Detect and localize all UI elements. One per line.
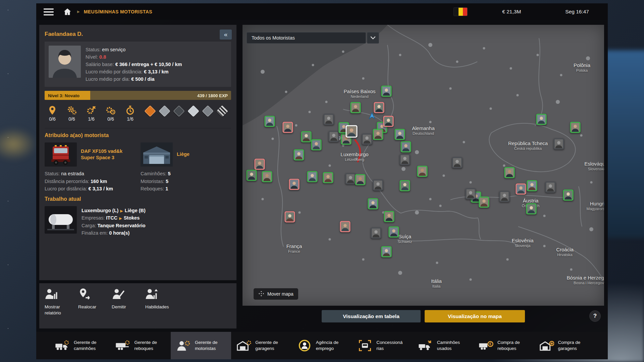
nav-driver-manager[interactable]: Gerente demotoristas: [171, 332, 231, 359]
driver-marker[interactable]: [381, 246, 392, 257]
driver-marker[interactable]: [516, 184, 526, 195]
truck-name[interactable]: DAF XF105 vad&k Super Space 3: [81, 148, 135, 161]
driver-marker[interactable]: [262, 171, 272, 182]
driver-marker[interactable]: [340, 221, 351, 232]
arrow-icon: ▶: [117, 216, 123, 220]
move-map-button[interactable]: Mover mapa: [254, 288, 298, 300]
nav-trailer-manager[interactable]: Gerente dereboques: [110, 332, 170, 359]
truck-stat-row: Status: na estrada: [45, 170, 135, 177]
driver-marker[interactable]: [499, 191, 510, 202]
job-section-title: Trabalho atual: [45, 196, 231, 202]
driver-map[interactable]: Países BaixosNederlandBélgicaLuxemburgoL…: [243, 25, 604, 306]
background-light-glow: [0, 127, 37, 161]
driver-marker[interactable]: [311, 139, 322, 150]
driver-marker[interactable]: [536, 114, 547, 125]
driver-marker[interactable]: [255, 159, 265, 170]
adr-class6-icon: [216, 105, 228, 117]
nav-label: Gerente dereboques: [134, 340, 157, 351]
driver-marker[interactable]: [247, 170, 257, 181]
move-map-label: Mover mapa: [267, 291, 293, 297]
garage-thumbnail[interactable]: [141, 142, 173, 167]
garage-name[interactable]: Liège: [177, 151, 190, 158]
action-show-report[interactable]: Mostrar relatório: [45, 288, 78, 324]
driver-marker[interactable]: [373, 180, 383, 191]
action-label: Mostrar relatório: [45, 304, 73, 316]
driver-marker[interactable]: [417, 166, 428, 177]
truck-thumbnail[interactable]: [45, 142, 77, 167]
nav-garage-purchase[interactable]: Compra degaragens: [534, 332, 594, 359]
driver-marker[interactable]: [285, 212, 295, 223]
driver-marker[interactable]: [323, 172, 333, 183]
job-stat-value: 0 hora(s): [109, 230, 129, 236]
driver-marker[interactable]: [374, 102, 384, 113]
job-stat-value: Stokes: [124, 215, 140, 221]
driver-marker[interactable]: [395, 129, 405, 140]
driver-marker[interactable]: [389, 227, 399, 238]
nav-used-trucks[interactable]: Caminhõesusados: [413, 332, 473, 359]
driver-marker[interactable]: [466, 188, 476, 199]
driver-marker[interactable]: [526, 203, 537, 215]
driver-marker[interactable]: [283, 122, 293, 133]
collapse-panel-button[interactable]: «: [220, 29, 232, 40]
action-dismiss[interactable]: Demitir: [112, 288, 145, 324]
driver-marker[interactable]: [381, 86, 392, 97]
nav-trailer-purchase[interactable]: €Compra dereboques: [473, 332, 534, 359]
driver-marker[interactable]: [289, 179, 300, 190]
driver-marker[interactable]: [324, 114, 334, 125]
skill-fragile-cargo[interactable]: 1/6: [84, 105, 99, 122]
driver-marker[interactable]: [400, 180, 410, 191]
driver-marker[interactable]: [383, 116, 394, 127]
driver-marker[interactable]: [307, 171, 318, 182]
driver-marker[interactable]: [371, 228, 381, 239]
driver-marker[interactable]: [301, 131, 312, 142]
driver-marker[interactable]: [384, 211, 394, 222]
driver-marker[interactable]: [294, 149, 304, 161]
driver-marker[interactable]: [570, 122, 581, 133]
driver-marker[interactable]: [351, 102, 361, 113]
driver-marker[interactable]: [362, 134, 372, 145]
driver-marker[interactable]: [479, 197, 489, 208]
table-view-button[interactable]: Visualização em tabela: [322, 310, 421, 322]
job-stat-label: Empresas:: [82, 215, 106, 221]
nav-garage-manager[interactable]: Gerente degaragens: [231, 332, 291, 359]
driver-filter-select[interactable]: Todos os Motoristas: [247, 32, 366, 44]
driver-marker[interactable]: [373, 129, 383, 140]
action-relocate[interactable]: Realocar: [78, 288, 112, 324]
driver-marker[interactable]: [329, 131, 339, 142]
driver-stat-label: Salário base:: [86, 62, 115, 67]
driver-marker[interactable]: [527, 180, 537, 191]
home-icon[interactable]: [63, 7, 72, 16]
map-view-button[interactable]: Visualização no mapa: [425, 310, 525, 322]
driver-marker[interactable]: [345, 173, 356, 184]
nav-truck-manager[interactable]: Gerente decaminhões: [50, 332, 110, 359]
driver-marker[interactable]: [452, 157, 463, 168]
driver-marker[interactable]: [355, 174, 366, 185]
skill-eco-driving[interactable]: 1/6: [122, 105, 138, 122]
driver-stat-label: Lucro médio por distância:: [86, 69, 144, 74]
driver-marker[interactable]: [368, 198, 378, 209]
skills-and-adr-row: 0/60/61/60/61/6: [45, 105, 231, 122]
help-button[interactable]: ?: [589, 310, 601, 322]
driver-marker[interactable]: [554, 138, 564, 149]
skill-long-distance[interactable]: 0/6: [45, 105, 60, 122]
long-distance-icon: [45, 105, 60, 116]
nav-dealerships[interactable]: Concessionárias: [352, 332, 413, 359]
truck-stat-row: Lucro por distância: € 3,13 / km: [45, 185, 135, 192]
driver-marker[interactable]: [563, 190, 574, 201]
menu-icon[interactable]: [44, 8, 54, 15]
skill-high-value-cargo[interactable]: 0/6: [64, 105, 79, 122]
driver-detail-panel: Faelandaea D. « Status: em serviçoNível:…: [39, 25, 236, 280]
nav-job-agency[interactable]: Agência deemprego: [292, 332, 352, 359]
driver-marker[interactable]: [545, 182, 556, 193]
driver-marker[interactable]: [400, 154, 410, 165]
garage-stat-value: 1: [165, 186, 168, 191]
action-skills[interactable]: Habilidades: [145, 288, 179, 324]
garage-stat-row: Motoristas: 5: [141, 178, 231, 185]
skill-urgent-delivery[interactable]: 0/6: [103, 105, 118, 122]
driver-marker[interactable]: [504, 167, 515, 178]
driver-marker[interactable]: [265, 116, 275, 127]
skill-value: 0/6: [68, 116, 75, 122]
driver-marker[interactable]: [401, 141, 411, 153]
selected-driver-marker[interactable]: [346, 125, 358, 138]
chevron-down-icon[interactable]: [367, 32, 379, 44]
